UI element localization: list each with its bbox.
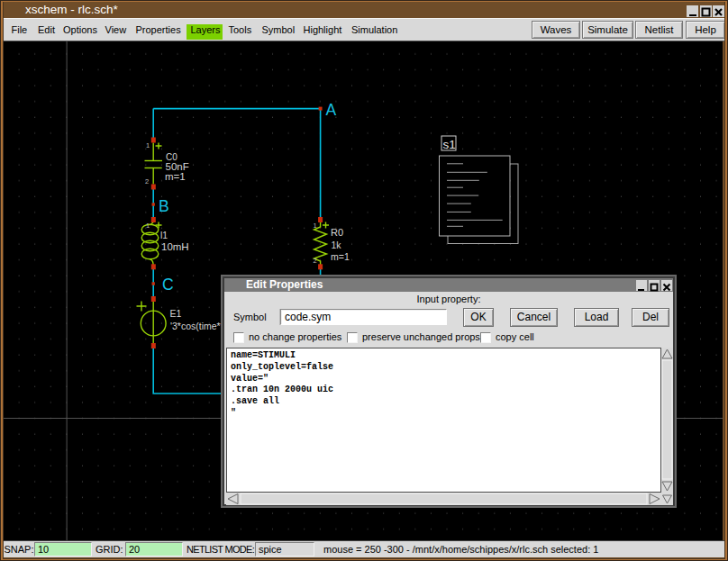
svg-text:R0: R0 (331, 226, 343, 237)
svg-text:m=1: m=1 (165, 170, 186, 181)
svg-text:C: C (162, 276, 174, 294)
svg-text:10mH: 10mH (161, 240, 189, 251)
svg-text:l1: l1 (160, 229, 168, 240)
svg-text:1: 1 (146, 222, 150, 230)
svg-text:1k: 1k (332, 240, 342, 250)
svg-text:m=1: m=1 (331, 250, 350, 261)
svg-text:2: 2 (145, 177, 149, 185)
svg-text:1: 1 (314, 222, 317, 230)
svg-text:A: A (326, 101, 337, 119)
svg-text:E1: E1 (170, 308, 182, 319)
svg-text:1: 1 (146, 141, 150, 149)
svg-text:s1: s1 (443, 137, 456, 150)
svg-text:2: 2 (314, 257, 317, 265)
svg-text:B: B (159, 197, 169, 215)
